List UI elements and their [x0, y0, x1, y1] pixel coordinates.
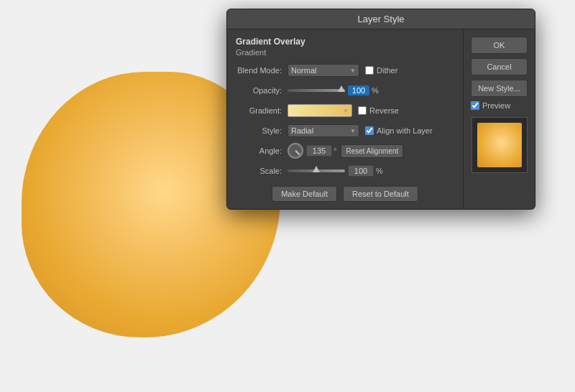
blend-mode-select[interactable]: Normal Dissolve Multiply Screen Overlay [288, 64, 359, 77]
section-title: Gradient Overlay [236, 37, 454, 47]
opacity-thumb [338, 85, 345, 92]
scale-unit: % [376, 167, 383, 175]
angle-row: Angle: 135 ° Reset Alignment [236, 143, 454, 159]
dither-group: Dither [365, 66, 397, 75]
gradient-label: Gradient: [236, 106, 288, 115]
style-select[interactable]: Radial Linear Angle Reflected Diamond [288, 124, 359, 137]
scale-slider[interactable] [288, 169, 345, 172]
preview-swatch [477, 123, 522, 167]
dither-label: Dither [377, 66, 397, 75]
reset-to-default-button[interactable]: Reset to Default [343, 186, 418, 202]
angle-label: Angle: [236, 146, 288, 155]
align-layer-group: Align with Layer [365, 126, 433, 135]
dither-checkbox[interactable] [365, 66, 374, 75]
scale-label: Scale: [236, 167, 288, 175]
align-layer-checkbox[interactable] [365, 126, 374, 135]
blend-mode-label: Blend Mode: [236, 66, 288, 75]
gradient-swatch-wrapper[interactable] [288, 104, 352, 117]
opacity-value[interactable]: 100 [348, 85, 369, 95]
angle-unit: ° [334, 146, 336, 155]
scale-thumb [313, 166, 320, 172]
angle-value[interactable]: 135 [306, 145, 332, 157]
scale-value[interactable]: 100 [348, 165, 374, 177]
cancel-button[interactable]: Cancel [471, 58, 528, 75]
reverse-group: Reverse [358, 106, 399, 115]
gradient-row: Gradient: Reverse [236, 103, 454, 118]
gradient-swatch[interactable] [288, 104, 352, 117]
new-style-button[interactable]: New Style... [471, 80, 528, 97]
opacity-label: Opacity: [236, 86, 288, 95]
layer-style-dialog: Layer Style Gradient Overlay Gradient Bl… [226, 9, 535, 210]
make-default-button[interactable]: Make Default [272, 186, 337, 202]
preview-checkbox[interactable] [471, 101, 479, 110]
angle-line [295, 150, 300, 155]
preview-label: Preview [482, 101, 510, 110]
reverse-checkbox[interactable] [358, 106, 367, 115]
preview-label-group: Preview [471, 101, 528, 110]
reverse-label: Reverse [369, 106, 399, 115]
dialog-left-panel: Gradient Overlay Gradient Blend Mode: No… [227, 29, 463, 209]
scale-row: Scale: 100 % [236, 163, 454, 179]
style-row: Style: Radial Linear Angle Reflected Dia… [236, 123, 454, 139]
blend-mode-select-wrapper[interactable]: Normal Dissolve Multiply Screen Overlay [288, 64, 359, 77]
reset-alignment-button[interactable]: Reset Alignment [341, 144, 403, 158]
ok-button[interactable]: OK [471, 37, 528, 54]
style-label: Style: [236, 126, 288, 135]
opacity-unit: % [372, 86, 379, 95]
blend-mode-row: Blend Mode: Normal Dissolve Multiply Scr… [236, 62, 454, 78]
align-layer-label: Align with Layer [377, 126, 433, 135]
preview-area [472, 117, 528, 173]
dialog-right-panel: OK Cancel New Style... Preview [463, 29, 535, 209]
opacity-slider[interactable] [288, 89, 345, 92]
dialog-title: Layer Style [357, 14, 404, 24]
dialog-titlebar: Layer Style [227, 9, 535, 29]
opacity-row: Opacity: 100 % [236, 83, 454, 98]
dialog-body: Gradient Overlay Gradient Blend Mode: No… [227, 29, 535, 209]
bottom-buttons: Make Default Reset to Default [236, 186, 454, 202]
angle-dial[interactable] [288, 143, 303, 159]
style-select-wrapper[interactable]: Radial Linear Angle Reflected Diamond [288, 124, 359, 137]
section-subtitle: Gradient [236, 48, 454, 57]
